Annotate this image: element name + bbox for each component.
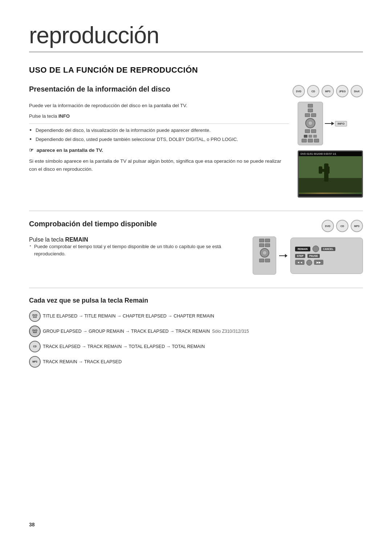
comp-mini-btn-2 <box>265 239 270 242</box>
pulse-info-label: Pulse la tecla INFO <box>29 113 289 120</box>
presentacion-title: Presentación de la información del disco <box>29 85 170 93</box>
step-button[interactable]: STEP <box>295 254 305 258</box>
mini-btn-11 <box>314 139 319 142</box>
mini-btn-5 <box>305 129 310 133</box>
flow-text-dvd2020: TITLE ELAPSED → TITLE REMAIN → CHAPTER E… <box>43 314 214 319</box>
hand-icon: ☞ <box>29 147 34 153</box>
comp-mini-btn-4 <box>265 243 270 247</box>
comp-mini-btn-5 <box>259 259 264 262</box>
mini-btn-7 <box>309 135 312 138</box>
flow-text-mp3: TRACK REMAIN → TRACK ELAPSED <box>43 359 122 364</box>
arrow-head-comp <box>285 254 287 258</box>
mini-disc-nav <box>305 118 315 128</box>
comprobacion-body: Pulse la tecla REMAIN • Puede comprobar … <box>29 236 363 275</box>
mp3-label: MP3 <box>32 360 37 363</box>
mini-remote-comp <box>253 236 276 275</box>
comp-nav-row: ◄◄ ▶▶ <box>295 260 358 266</box>
section-divider-2 <box>29 288 363 288</box>
mini-remote-presentacion <box>298 102 323 145</box>
disc-icon-divx: DivX <box>351 85 363 97</box>
section-divider-1 <box>29 211 363 211</box>
remain-button[interactable]: REMAIN <box>295 247 310 251</box>
mini-btn-9 <box>302 139 307 142</box>
note-box: Dependiendo del disco, la visualización … <box>29 124 289 143</box>
svg-rect-1 <box>299 178 362 193</box>
comp-mini-btn-3 <box>259 243 264 247</box>
mini-btn-3 <box>305 113 310 117</box>
aparece-para: Si este símbolo aparece en la pantalla d… <box>29 157 289 173</box>
mini-btn-4 <box>311 113 316 117</box>
remain-remote-panel: REMAIN CANCEL STEP PAUSE ◄◄ ▶▶ <box>290 238 363 274</box>
pulse-remain-label: Pulse la tecla REMAIN <box>29 236 244 243</box>
prev-button[interactable]: ◄◄ <box>295 260 305 265</box>
disc-icon-cd-flow: CD <box>29 341 41 352</box>
section-title: USO DE LA FUNCIÓN DE REPRODUCCIÓN <box>29 65 363 75</box>
page-number: 38 <box>29 522 35 527</box>
comp-circle-1 <box>313 246 319 252</box>
note-item-1: Dependiendo del disco, la visualización … <box>29 127 289 134</box>
pause-button[interactable]: PAUSE <box>307 254 320 258</box>
disc-icon-dvd: DVD <box>293 85 305 97</box>
comp-mini-btn-1 <box>259 239 264 242</box>
disc-icon-dvd2020: DVD 2020 <box>29 310 41 322</box>
disc-icon-mp3-comp: MP3 <box>351 220 363 232</box>
comp-row-2: STEP PAUSE <box>295 254 358 258</box>
svg-rect-2 <box>299 156 362 178</box>
flow-row-cd: CD TRACK ELAPSED → TRACK REMAIN → TOTAL … <box>29 341 363 352</box>
pulse-info-key: INFO <box>58 113 70 119</box>
mini-btn-8 <box>313 135 317 138</box>
aparece-label: ☞ aparece en la pantalla de TV. <box>29 146 289 154</box>
disc-icons-row: DVD CD MP3 JPEG DivX <box>293 85 363 97</box>
cada-vez-title: Cada vez que se pulsa la tecla Remain <box>29 297 363 304</box>
note-item-2: Dependiendo del disco, usted puede tambi… <box>29 136 289 143</box>
comp-mini-disc <box>260 248 269 258</box>
pulse-remain-key: REMAIN <box>65 236 88 243</box>
mini-btn-1 <box>308 104 313 108</box>
solo-text-dvd4000: Sólo Z310/312/315 <box>212 329 249 334</box>
page-title: reproducción <box>29 22 363 52</box>
mini-btn-highlight <box>304 135 307 138</box>
comp-row-1: REMAIN CANCEL <box>295 246 358 252</box>
tv-info-text: DVD 01/01 001/040 0:00:57 1/1 <box>301 153 336 155</box>
mini-btn-2 <box>308 109 313 112</box>
arrow-line-comp <box>279 255 285 256</box>
disc-icon-mp3-flow: MP3 <box>29 356 41 368</box>
disc-icon-cd-comp: CD <box>336 220 348 232</box>
disc-icon-cd: CD <box>307 85 319 97</box>
next-button[interactable]: ▶▶ <box>314 260 323 265</box>
disc-icon-dvd4000: DVD 4000 <box>29 325 41 337</box>
cancel-button[interactable]: CANCEL <box>321 247 335 251</box>
tv-screen-image <box>299 156 362 194</box>
presentacion-images: INFO DVD 01/01 001/040 0:00:57 1/1 <box>298 102 363 198</box>
flow-row-dvd4000: DVD 4000 GROUP ELAPSED → GROUP REMAIN → … <box>29 325 363 337</box>
disc-icon-dvd-comp: DVD <box>322 220 334 232</box>
presentacion-text: Puede ver la información de reproducción… <box>29 102 289 198</box>
disc-icon-mp3: MP3 <box>322 85 334 97</box>
mini-btn-6 <box>311 129 316 133</box>
tv-info-bar: DVD 01/01 001/040 0:00:57 1/1 <box>299 151 362 156</box>
disc-icon-jpeg: JPEG <box>336 85 348 97</box>
arrow-to-remain <box>279 254 287 258</box>
comprobacion-section: Comprobación del tiempo disponible DVD C… <box>29 220 363 275</box>
presentacion-body: Puede ver la información de reproducción… <box>29 102 363 198</box>
cd-label: CD <box>33 345 36 348</box>
comp-text-block: Pulse la tecla REMAIN • Puede comprobar … <box>29 236 244 257</box>
presentacion-section: Presentación de la información del disco… <box>29 85 363 198</box>
comprobacion-remote-image: REMAIN CANCEL STEP PAUSE ◄◄ ▶▶ <box>253 236 363 275</box>
remote-callout-label: INFO <box>338 122 344 125</box>
aparece-title-text: aparece en la pantalla de TV. <box>37 147 103 153</box>
dvd4000-sub: 4000 <box>33 332 37 334</box>
comp-circle-2 <box>306 260 312 266</box>
flow-text-dvd4000: GROUP ELAPSED → GROUP REMAIN → TRACK ELA… <box>43 329 210 334</box>
comp-mini-btn-6 <box>265 259 270 262</box>
dvd2020-sub: 2020 <box>33 316 37 319</box>
flow-row-dvd2020: DVD 2020 TITLE ELAPSED → TITLE REMAIN → … <box>29 310 363 322</box>
presentacion-body-text: Puede ver la información de reproducción… <box>29 102 289 110</box>
svg-rect-6 <box>326 166 330 174</box>
tv-scene-svg <box>299 156 362 193</box>
tv-screen-presentacion: DVD 01/01 001/040 0:00:57 1/1 <box>298 150 363 198</box>
flow-text-cd: TRACK ELAPSED → TRACK REMAIN → TOTAL ELA… <box>43 344 205 349</box>
comp-bullet-text: • Puede comprobar el tiempo total y el t… <box>29 243 244 257</box>
cada-vez-section: Cada vez que se pulsa la tecla Remain DV… <box>29 297 363 368</box>
disc-icons-row-comp: DVD CD MP3 <box>322 220 363 232</box>
